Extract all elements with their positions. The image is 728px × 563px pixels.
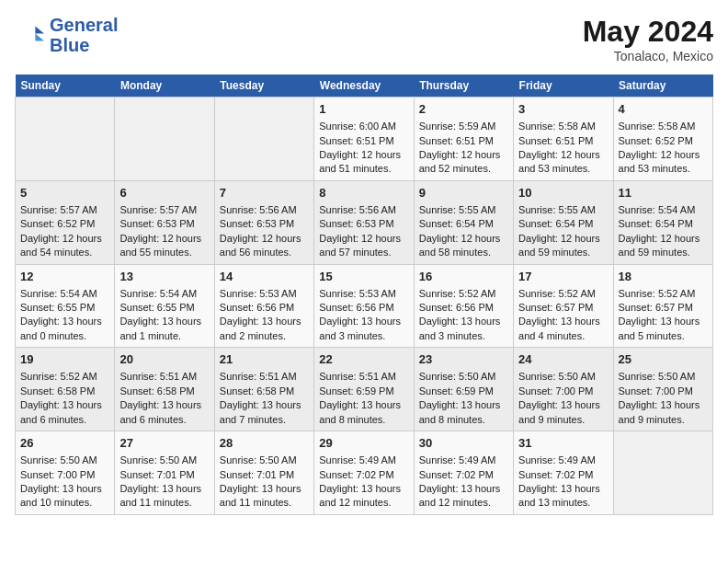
day-info: Sunset: 6:51 PM (319, 134, 408, 148)
calendar-cell: 30Sunrise: 5:49 AMSunset: 7:02 PMDayligh… (414, 431, 513, 515)
calendar-cell: 23Sunrise: 5:50 AMSunset: 6:59 PMDayligh… (414, 348, 513, 431)
day-info: Sunset: 7:02 PM (419, 468, 508, 482)
day-number: 12 (20, 269, 109, 285)
day-info: and 6 minutes. (119, 413, 209, 427)
day-header-monday: Monday (115, 75, 214, 98)
day-info: Sunset: 6:54 PM (619, 217, 708, 231)
day-number: 16 (419, 269, 508, 285)
day-info: Daylight: 12 hours (518, 148, 608, 162)
calendar-cell: 6Sunrise: 5:57 AMSunset: 6:53 PMDaylight… (115, 180, 214, 264)
calendar-cell: 17Sunrise: 5:52 AMSunset: 6:57 PMDayligh… (514, 264, 613, 348)
calendar-cell: 21Sunrise: 5:51 AMSunset: 6:58 PMDayligh… (214, 348, 313, 431)
day-info: Daylight: 12 hours (518, 232, 608, 246)
day-number: 9 (419, 185, 508, 201)
day-info: Sunrise: 5:49 AM (518, 454, 608, 467)
day-info: Sunset: 6:56 PM (319, 301, 408, 315)
day-info: and 8 minutes. (319, 413, 408, 427)
day-info: Daylight: 13 hours (220, 398, 309, 412)
day-info: Sunrise: 5:51 AM (220, 370, 309, 384)
calendar-cell: 5Sunrise: 5:57 AMSunset: 6:52 PMDaylight… (16, 180, 115, 264)
day-info: and 51 minutes. (319, 162, 408, 176)
calendar-cell: 29Sunrise: 5:49 AMSunset: 7:02 PMDayligh… (314, 431, 414, 515)
day-info: and 12 minutes. (319, 496, 408, 510)
day-info: and 3 minutes. (419, 329, 508, 343)
day-number: 4 (619, 101, 708, 118)
day-number: 24 (518, 351, 608, 368)
day-info: and 0 minutes. (20, 329, 109, 343)
svg-marker-1 (35, 33, 44, 40)
day-info: Daylight: 13 hours (20, 482, 109, 496)
day-info: and 4 minutes. (518, 329, 608, 343)
day-info: Daylight: 13 hours (518, 315, 608, 328)
day-info: Sunset: 6:52 PM (619, 134, 708, 148)
calendar-cell: 13Sunrise: 5:54 AMSunset: 6:55 PMDayligh… (115, 264, 214, 348)
day-info: Daylight: 12 hours (119, 232, 209, 246)
day-info: Sunset: 7:01 PM (220, 468, 309, 482)
day-info: Sunset: 6:53 PM (119, 217, 209, 231)
day-info: Daylight: 12 hours (619, 232, 708, 246)
day-number: 20 (119, 351, 209, 368)
day-info: Sunrise: 5:56 AM (319, 203, 408, 217)
calendar-cell: 20Sunrise: 5:51 AMSunset: 6:58 PMDayligh… (115, 348, 214, 431)
day-number: 3 (518, 101, 608, 118)
day-info: and 6 minutes. (20, 413, 109, 427)
day-info: Sunrise: 5:52 AM (419, 287, 508, 301)
day-info: Sunrise: 5:52 AM (20, 370, 109, 384)
day-header-thursday: Thursday (414, 75, 513, 98)
week-row-3: 12Sunrise: 5:54 AMSunset: 6:55 PMDayligh… (16, 264, 713, 348)
day-info: Sunrise: 5:58 AM (619, 120, 708, 133)
day-number: 28 (220, 435, 309, 452)
day-number: 29 (319, 435, 408, 452)
calendar-cell: 14Sunrise: 5:53 AMSunset: 6:56 PMDayligh… (214, 264, 313, 348)
day-number: 10 (518, 185, 608, 201)
day-info: Sunrise: 5:51 AM (319, 370, 408, 384)
day-info: Sunrise: 6:00 AM (319, 120, 408, 133)
day-info: Daylight: 13 hours (419, 398, 508, 412)
calendar-cell: 12Sunrise: 5:54 AMSunset: 6:55 PMDayligh… (16, 264, 115, 348)
day-info: Sunrise: 5:53 AM (319, 287, 408, 301)
day-number: 19 (20, 351, 109, 368)
day-number: 14 (220, 269, 309, 285)
calendar-cell (16, 98, 115, 181)
day-info: and 12 minutes. (419, 496, 508, 510)
day-info: Sunset: 6:59 PM (419, 385, 508, 398)
day-number: 17 (518, 269, 608, 285)
calendar-cell: 15Sunrise: 5:53 AMSunset: 6:56 PMDayligh… (314, 264, 414, 348)
day-info: Sunset: 7:02 PM (518, 468, 608, 482)
day-info: Sunset: 7:00 PM (619, 385, 708, 398)
week-row-2: 5Sunrise: 5:57 AMSunset: 6:52 PMDaylight… (16, 180, 713, 264)
calendar-cell: 1Sunrise: 6:00 AMSunset: 6:51 PMDaylight… (314, 98, 414, 181)
day-info: Daylight: 13 hours (20, 315, 109, 328)
day-info: and 57 minutes. (319, 246, 408, 259)
day-info: and 54 minutes. (20, 246, 109, 259)
day-header-wednesday: Wednesday (314, 75, 414, 98)
day-number: 18 (619, 269, 708, 285)
day-number: 21 (220, 351, 309, 368)
day-info: Sunrise: 5:57 AM (20, 203, 109, 217)
day-info: Sunset: 6:51 PM (518, 134, 608, 148)
day-info: Sunset: 6:59 PM (319, 385, 408, 398)
day-info: Sunrise: 5:55 AM (419, 203, 508, 217)
day-info: and 11 minutes. (119, 496, 209, 510)
day-header-saturday: Saturday (613, 75, 712, 98)
calendar-cell: 26Sunrise: 5:50 AMSunset: 7:00 PMDayligh… (16, 431, 115, 515)
day-number: 23 (419, 351, 508, 368)
calendar-cell: 4Sunrise: 5:58 AMSunset: 6:52 PMDaylight… (613, 98, 712, 181)
day-info: Sunrise: 5:52 AM (619, 287, 708, 301)
calendar-cell: 9Sunrise: 5:55 AMSunset: 6:54 PMDaylight… (414, 180, 513, 264)
day-info: Sunrise: 5:50 AM (518, 370, 608, 384)
day-number: 8 (319, 185, 408, 201)
day-info: and 55 minutes. (119, 246, 209, 259)
day-info: Sunset: 6:55 PM (119, 301, 209, 315)
day-info: Sunrise: 5:51 AM (119, 370, 209, 384)
day-number: 26 (20, 435, 109, 452)
calendar-cell: 19Sunrise: 5:52 AMSunset: 6:58 PMDayligh… (16, 348, 115, 431)
day-number: 1 (319, 101, 408, 118)
week-row-1: 1Sunrise: 6:00 AMSunset: 6:51 PMDaylight… (16, 98, 713, 181)
day-info: and 58 minutes. (419, 246, 508, 259)
day-info: Sunset: 6:58 PM (20, 385, 109, 398)
day-info: Daylight: 13 hours (319, 398, 408, 412)
week-row-5: 26Sunrise: 5:50 AMSunset: 7:00 PMDayligh… (16, 431, 713, 515)
day-info: Sunrise: 5:49 AM (319, 454, 408, 467)
month-year: May 2024 (583, 15, 713, 49)
